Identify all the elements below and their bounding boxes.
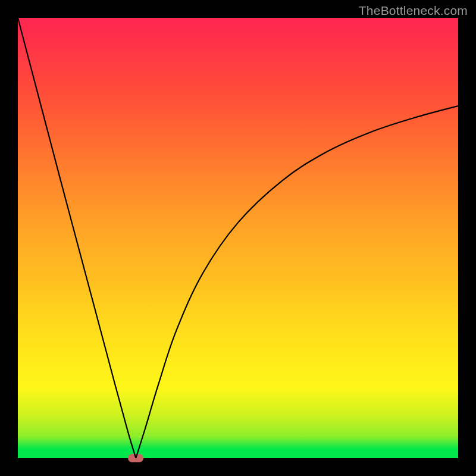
chart-frame: TheBottleneck.com [0, 0, 476, 476]
watermark-text: TheBottleneck.com [359, 4, 468, 18]
bottleneck-curve [18, 18, 458, 458]
plot-area [18, 18, 458, 458]
